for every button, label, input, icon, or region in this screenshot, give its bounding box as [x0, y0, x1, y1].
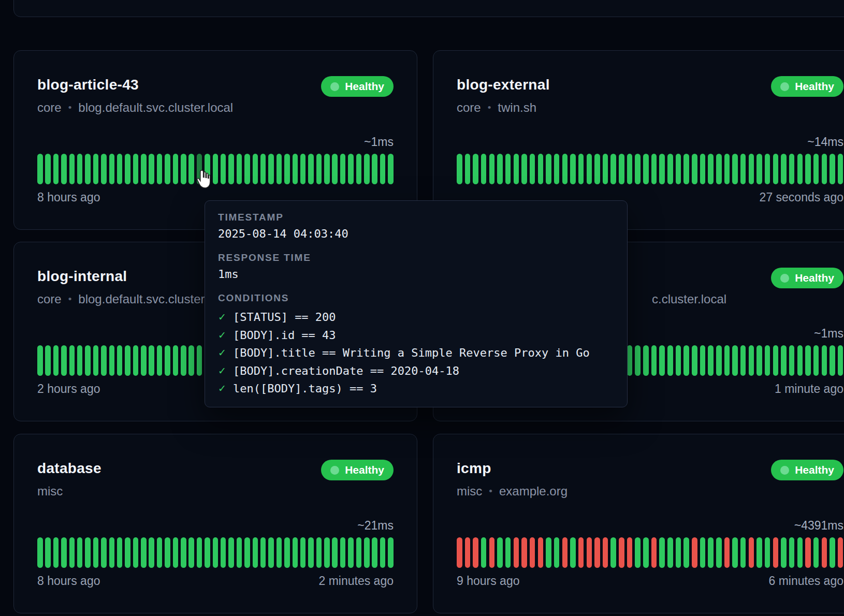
health-bar-success[interactable] [61, 154, 67, 184]
health-bar-success[interactable] [773, 345, 779, 376]
health-bar-success[interactable] [228, 537, 234, 568]
health-bar-success[interactable] [554, 154, 560, 184]
health-bar-success[interactable] [45, 345, 51, 376]
health-bar-success[interactable] [700, 537, 706, 568]
health-bar-success[interactable] [538, 154, 544, 184]
health-bar-success[interactable] [781, 537, 787, 568]
health-bar-success[interactable] [157, 345, 163, 376]
health-bar-success[interactable] [756, 537, 762, 568]
health-bar-success[interactable] [85, 154, 91, 184]
health-bar-success[interactable] [356, 154, 362, 184]
health-bar-success[interactable] [505, 537, 511, 568]
health-bar-success[interactable] [781, 154, 787, 184]
health-bar-failure[interactable] [473, 537, 478, 568]
health-bar-success[interactable] [457, 154, 462, 184]
health-bar-success[interactable] [521, 154, 527, 184]
health-bar-success[interactable] [610, 154, 616, 184]
health-bar-success[interactable] [69, 154, 75, 184]
health-bar-success[interactable] [372, 154, 377, 184]
health-bar-success[interactable] [205, 537, 210, 568]
health-bar-success[interactable] [149, 537, 154, 568]
health-bar-success[interactable] [659, 537, 665, 568]
health-bar-success[interactable] [101, 537, 107, 568]
health-bar-success[interactable] [244, 537, 250, 568]
health-bar-success[interactable] [732, 345, 738, 376]
health-bar-success[interactable] [125, 345, 130, 376]
health-bar-failure[interactable] [838, 537, 843, 568]
health-bar-success[interactable] [546, 154, 551, 184]
health-bar-success[interactable] [85, 537, 91, 568]
health-bar-success[interactable] [732, 537, 738, 568]
health-bar-failure[interactable] [530, 537, 535, 568]
health-bar-success[interactable] [740, 537, 746, 568]
health-bar-success[interactable] [69, 345, 75, 376]
health-bar-success[interactable] [253, 537, 258, 568]
health-bar-success[interactable] [700, 154, 706, 184]
health-bar-success[interactable] [284, 537, 290, 568]
health-bar-success[interactable] [627, 154, 633, 184]
health-bar-success[interactable] [497, 154, 503, 184]
health-bar-success[interactable] [125, 537, 130, 568]
health-bar-success[interactable] [372, 537, 377, 568]
health-bar-success[interactable] [724, 154, 730, 184]
health-bar-success[interactable] [197, 345, 202, 376]
health-bar-success[interactable] [77, 537, 83, 568]
health-bar-success[interactable] [109, 154, 115, 184]
health-bar-success[interactable] [173, 154, 179, 184]
health-bar-success[interactable] [237, 154, 242, 184]
health-bar-success[interactable] [578, 154, 584, 184]
health-bar-success[interactable] [708, 345, 714, 376]
health-bar-failure[interactable] [521, 537, 527, 568]
health-bar-success[interactable] [749, 345, 754, 376]
health-bar-success[interactable] [277, 154, 282, 184]
health-bar-success[interactable] [149, 345, 154, 376]
health-bar-success[interactable] [473, 154, 478, 184]
health-bar-success[interactable] [188, 154, 194, 184]
health-bar-success[interactable] [756, 345, 762, 376]
health-bar-success[interactable] [277, 537, 282, 568]
health-bar-success[interactable] [627, 345, 633, 376]
health-bar-success[interactable] [324, 154, 330, 184]
health-bar-success[interactable] [388, 154, 394, 184]
health-bar-success[interactable] [676, 345, 681, 376]
health-bar-success[interactable] [587, 154, 592, 184]
health-bar-success[interactable] [380, 154, 386, 184]
health-bar-success[interactable] [221, 537, 226, 568]
health-bar-success[interactable] [188, 345, 194, 376]
health-bar-success[interactable] [546, 537, 551, 568]
health-bar-success[interactable] [594, 154, 600, 184]
health-bar-success[interactable] [173, 345, 179, 376]
health-bar-success[interactable] [316, 154, 322, 184]
health-bar-success[interactable] [388, 537, 394, 568]
health-bar-success[interactable] [101, 154, 107, 184]
health-bar-success[interactable] [117, 537, 123, 568]
health-bar-failure[interactable] [465, 537, 471, 568]
health-bar-success[interactable] [324, 537, 330, 568]
health-bar-success[interactable] [228, 154, 234, 184]
health-bar-failure[interactable] [805, 537, 811, 568]
health-bar-success[interactable] [181, 154, 186, 184]
health-bar-success[interactable] [109, 537, 115, 568]
health-bar-success[interactable] [165, 154, 170, 184]
health-bar-success[interactable] [157, 537, 163, 568]
health-bar-success[interactable] [830, 154, 835, 184]
health-bar-success[interactable] [732, 154, 738, 184]
health-bar-failure[interactable] [627, 537, 633, 568]
health-bar-success[interactable] [676, 537, 681, 568]
health-bar-success[interactable] [683, 537, 689, 568]
health-bar-failure[interactable] [822, 537, 827, 568]
health-bar-success[interactable] [643, 537, 649, 568]
health-bar-success[interactable] [165, 345, 170, 376]
health-bar-success[interactable] [667, 345, 673, 376]
health-bar-success[interactable] [676, 154, 681, 184]
health-bar-success[interactable] [822, 154, 827, 184]
health-bar-success[interactable] [348, 537, 354, 568]
endpoint-card-database[interactable]: databaseHealthymisc~21ms8 hours ago2 min… [13, 434, 417, 613]
health-bar-success[interactable] [213, 537, 219, 568]
health-bar-success[interactable] [173, 537, 179, 568]
health-bar-failure[interactable] [692, 537, 697, 568]
health-bar-failure[interactable] [619, 537, 624, 568]
health-bar-success[interactable] [77, 345, 83, 376]
health-bar-failure[interactable] [594, 537, 600, 568]
health-bar-failure[interactable] [749, 537, 754, 568]
